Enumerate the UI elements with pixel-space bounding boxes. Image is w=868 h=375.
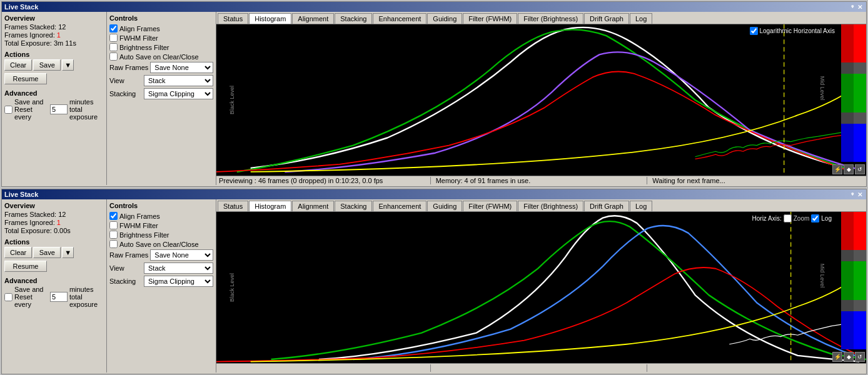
tab-alignment-1[interactable]: Alignment	[292, 13, 334, 24]
brightness-filter-checkbox-2[interactable]	[109, 231, 118, 239]
tab-filter-fwhm-1[interactable]: Filter (FWHM)	[463, 13, 517, 24]
tab-filter-brightness-1[interactable]: Filter (Brightness)	[518, 13, 583, 24]
diamond-icon-2[interactable]: ◆	[844, 352, 854, 362]
brightness-filter-label-1: Brightness Filter	[119, 44, 169, 51]
stacking-select-2[interactable]: Sigma Clipping Mean	[144, 276, 213, 287]
fwhm-filter-checkbox-2[interactable]	[109, 221, 118, 229]
resume-button-1[interactable]: Resume	[4, 73, 47, 84]
raw-frames-label-2: Raw Frames	[109, 251, 148, 259]
waiting-status-2	[652, 364, 864, 372]
stacking-label-1: Stacking	[109, 90, 142, 98]
view-select-2[interactable]: Stack Single	[144, 262, 213, 274]
color-bar-green2-2	[841, 261, 854, 299]
diamond-icon-1[interactable]: ◆	[844, 164, 854, 174]
frames-stacked-row-2: Frames Stacked: 12	[4, 211, 104, 218]
log-checkbox-text-1: Logarithmic Horizontal Axis	[759, 28, 835, 34]
tab-filter-brightness-2[interactable]: Filter (Brightness)	[518, 201, 583, 211]
save-dropdown-2[interactable]: ▼	[62, 247, 74, 258]
log-text-2: Log	[821, 215, 832, 222]
tab-guiding-1[interactable]: Guiding	[427, 13, 462, 24]
advanced-title-2: Advanced	[4, 277, 104, 284]
action-buttons-1: Clear Save ▼	[4, 59, 104, 71]
tab-drift-graph-2[interactable]: Drift Graph	[584, 201, 629, 211]
save-button-1[interactable]: Save	[33, 59, 61, 71]
close-icon-2[interactable]: ✕	[856, 191, 864, 198]
lightning-icon-2[interactable]: ⚡	[832, 352, 842, 362]
color-bar-gap-1	[854, 62, 866, 74]
save-reset-spinbox-2[interactable]	[50, 292, 68, 302]
save-reset-checkbox-1[interactable]	[4, 106, 13, 114]
stacking-row-2: Stacking Sigma Clipping Mean	[109, 276, 213, 287]
refresh-icon-1[interactable]: ↺	[855, 164, 865, 174]
tab-histogram-1[interactable]: Histogram	[249, 13, 291, 24]
fwhm-filter-checkbox-1[interactable]	[109, 34, 118, 42]
save-reset-spinbox-1[interactable]	[50, 104, 68, 114]
align-frames-row-2: Align Frames	[109, 212, 213, 220]
tab-drift-graph-1[interactable]: Drift Graph	[584, 13, 629, 24]
fwhm-filter-row-2: FWHM Filter	[109, 221, 213, 229]
close-icon-1[interactable]: ✕	[856, 4, 864, 11]
pin-icon-2[interactable]: ᵠ	[850, 191, 855, 198]
save-reset-row-2: Save and Reset every minutes total expos…	[4, 286, 104, 308]
auto-save-label-1: Auto Save on Clear/Close	[119, 53, 199, 61]
frames-stacked-label-2: Frames Stacked:	[4, 211, 56, 218]
chart-icons-1: ⚡ ◆ ↺	[832, 164, 865, 174]
tab-status-2[interactable]: Status	[218, 201, 248, 211]
tab-status-1[interactable]: Status	[218, 13, 248, 24]
advanced-section-1: Advanced Save and Reset every minutes to…	[4, 89, 104, 121]
tab-log-1[interactable]: Log	[630, 13, 652, 24]
pin-icon-1[interactable]: ᵠ	[850, 4, 855, 11]
resume-row-2: Resume	[4, 261, 104, 272]
middle-panel-2: Controls Align Frames FWHM Filter Bright…	[107, 199, 216, 372]
action-buttons-2: Clear Save ▼	[4, 247, 104, 258]
frames-ignored-label-2: Frames Ignored:	[4, 219, 55, 226]
lightning-icon-1[interactable]: ⚡	[832, 164, 842, 174]
title-bar-1: Live Stack ᵠ ✕	[2, 2, 866, 12]
tab-guiding-2[interactable]: Guiding	[427, 201, 462, 211]
view-row-2: View Stack Single	[109, 262, 213, 274]
clear-button-1[interactable]: Clear	[4, 59, 32, 71]
black-level-label-2: Black Level	[229, 273, 235, 302]
refresh-icon-2[interactable]: ↺	[855, 352, 865, 362]
tab-enhancement-2[interactable]: Enhancement	[373, 201, 426, 211]
tab-stacking-1[interactable]: Stacking	[335, 13, 372, 24]
tab-stacking-2[interactable]: Stacking	[335, 201, 372, 211]
tab-alignment-2[interactable]: Alignment	[292, 201, 334, 211]
log-checkbox-1[interactable]	[750, 27, 758, 35]
resume-button-2[interactable]: Resume	[4, 261, 47, 272]
tab-log-2[interactable]: Log	[630, 201, 652, 211]
histogram-svg-2	[216, 212, 866, 363]
view-select-1[interactable]: Stack Single	[144, 75, 213, 86]
panel-title-2: Live Stack	[4, 191, 38, 198]
raw-frames-row-1: Raw Frames Save None Save All	[109, 62, 213, 73]
color-bar-red-2	[854, 212, 866, 250]
save-reset-label-1: Save and Reset every	[14, 98, 48, 121]
save-reset-checkbox-2[interactable]	[4, 293, 13, 301]
zoom-checkbox-2[interactable]	[784, 214, 792, 222]
memory-status-1: Memory: 4 of 91 frames in use.	[436, 177, 648, 184]
panel-title-1: Live Stack	[4, 3, 38, 11]
stacking-select-1[interactable]: Sigma Clipping Mean	[144, 88, 213, 99]
frames-ignored-value-2: 1	[57, 219, 61, 226]
color-bar-blue2-2	[841, 311, 854, 349]
align-frames-checkbox-1[interactable]	[109, 24, 118, 32]
brightness-filter-checkbox-1[interactable]	[109, 43, 118, 51]
frames-ignored-value-1: 1	[57, 31, 61, 39]
total-exposure-row-1: Total Exposure: 3m 11s	[4, 39, 104, 47]
align-frames-checkbox-2[interactable]	[109, 212, 118, 220]
horiz-axis-text-2: Horiz Axis:	[752, 215, 782, 222]
auto-save-checkbox-2[interactable]	[109, 240, 118, 248]
raw-frames-select-2[interactable]: Save None Save All	[150, 249, 213, 261]
log-checkbox-2[interactable]	[811, 214, 819, 222]
tab-enhancement-1[interactable]: Enhancement	[373, 13, 426, 24]
raw-frames-select-1[interactable]: Save None Save All	[150, 62, 213, 73]
tab-histogram-2[interactable]: Histogram	[249, 201, 291, 211]
color-bar-red2-1	[841, 24, 854, 62]
clear-button-2[interactable]: Clear	[4, 247, 32, 258]
tab-filter-fwhm-2[interactable]: Filter (FWHM)	[463, 201, 517, 211]
mid-level-label-1: Mid Level	[820, 76, 826, 101]
auto-save-checkbox-1[interactable]	[109, 52, 118, 61]
fwhm-filter-label-1: FWHM Filter	[119, 34, 158, 42]
save-dropdown-1[interactable]: ▼	[62, 59, 74, 71]
save-button-2[interactable]: Save	[33, 247, 61, 258]
